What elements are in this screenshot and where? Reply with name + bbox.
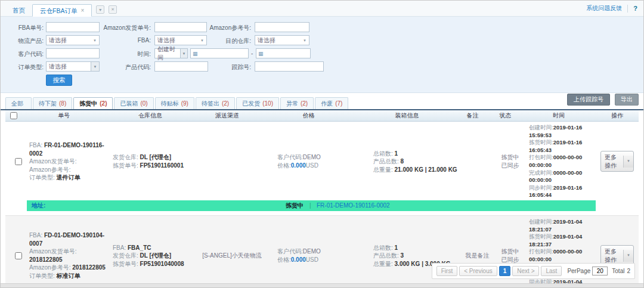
row-checkbox[interactable] (15, 252, 22, 259)
close-icon: ✕ (111, 7, 114, 12)
amazon-ship-label: Amazon发货单号: (29, 248, 76, 255)
status-tab-label: 已装箱 (120, 98, 138, 109)
previous-page-button[interactable]: < Previous (459, 266, 497, 276)
time-label: 时间: (89, 50, 151, 58)
status-tab-count: (10) (262, 98, 273, 109)
select-all-checkbox[interactable] (10, 112, 17, 119)
price-value: 0.000 (291, 162, 306, 169)
amazon-ref-label: Amazon参考号: (29, 166, 70, 173)
wh-fba-label: FBA: (113, 244, 126, 251)
customer-code-label: 客户代码: (277, 154, 303, 160)
amazon-ref-label: Amazon参考号: (201, 24, 251, 32)
amazon-ship-input[interactable] (154, 22, 207, 32)
status-tab-shipped[interactable]: 已发货(10) (236, 97, 279, 109)
order-number-link[interactable]: FR-01-DEMO-190116-0002 (317, 202, 390, 209)
status-tab-all[interactable]: 全部 (5, 97, 32, 109)
upload-tracking-button[interactable]: 上传跟踪号 (567, 94, 610, 106)
status-tab-pending-checkout[interactable]: 待签出(2) (196, 97, 235, 109)
finish-time-label: 完成时间: (529, 169, 553, 176)
select-all-cell (5, 110, 22, 121)
per-page-input[interactable] (592, 267, 608, 275)
status-cell: 拣货中 已同步 (494, 124, 527, 199)
boxes-label: 总箱数: (373, 244, 393, 251)
current-page-button[interactable]: 1 (499, 266, 511, 276)
col-delivery-channel: 派送渠道 (195, 110, 259, 121)
status-tab-label: 作废 (321, 98, 333, 109)
ship-warehouse-value: DL [代理仓] (140, 154, 172, 160)
created-time-label: 创建时间: (529, 124, 553, 131)
boxes-label: 总箱数: (373, 150, 393, 157)
product-code-input[interactable] (154, 61, 208, 72)
first-page-button[interactable]: First (436, 266, 457, 276)
col-order-no: 单号 (22, 110, 106, 121)
next-page-button[interactable]: Next > (512, 266, 539, 276)
search-button[interactable]: 搜索 (46, 75, 72, 86)
ship-warehouse-label: 发货仓库: (113, 154, 138, 160)
tab-home[interactable]: 首页 (5, 4, 32, 16)
warehouse-cell: 发货仓库: DL [代理仓] 拣货单号: FP51901160001 (110, 124, 200, 199)
col-packing-info: 装箱信息 (358, 110, 456, 121)
tab-fba-orders[interactable]: 云仓FBA订单 × (32, 4, 92, 17)
order-cell: FBA: FD-01-DEMO-190104-0007 Amazon发货单号: … (27, 218, 110, 288)
col-actions: 操作 (596, 110, 639, 121)
filter-row-2: 物流产品: 请选择 ▼ FBA: 请选择 ▼ 目的仓库: 请选择 ▼ (5, 34, 643, 47)
weight-value: 21.000 KG | 21.000 KG (395, 166, 457, 173)
tab-home-label: 首页 (13, 4, 25, 16)
amazon-ref-label: Amazon参考号: (29, 264, 70, 271)
col-time: 时间 (522, 110, 596, 121)
fba-select[interactable]: 请选择 ▼ (154, 35, 207, 45)
date-from-input[interactable]: ▦ (190, 48, 249, 58)
packing-time-label: 打包时间: (529, 248, 553, 255)
last-page-button[interactable]: Last (541, 266, 562, 276)
packing-cell: 总箱数: 1 产品总数: 8 总重量: 21.000 KG | 21.000 K… (363, 124, 461, 199)
status-tab-count: (2) (222, 98, 229, 109)
ship-warehouse-value: DL [代理仓] (140, 252, 172, 259)
product-code-label: 产品代码: (89, 63, 151, 72)
chevron-down-icon: ▼ (98, 8, 103, 12)
price-cell: 客户代码:DEMO 价格:0.000USD (264, 124, 363, 199)
status-tab-label: 异常 (286, 98, 298, 109)
packing-time-label: 打包时间: (529, 154, 553, 160)
tab-list-button[interactable]: ▼ (96, 5, 104, 14)
row-info: FBA: FR-01-DEMO-190116-0002 Amazon发货单号: … (10, 124, 634, 199)
more-actions-label: 更多操作 (601, 151, 623, 171)
dest-warehouse-select[interactable]: 请选择 ▼ (255, 35, 309, 45)
status-tab-pending-label[interactable]: 待贴标(9) (155, 97, 194, 109)
pagination: First < Previous 1 Next > Last PerPage T… (432, 263, 635, 279)
status-tab-voided[interactable]: 作废(7) (315, 97, 348, 109)
tracking-no-input[interactable] (255, 61, 324, 72)
export-button[interactable]: 导出 (615, 94, 639, 106)
close-tab-icon[interactable]: × (80, 5, 84, 17)
status-tab-pending-removal[interactable]: 待下架(8) (33, 97, 72, 109)
price-label: 价格: (277, 256, 291, 263)
amazon-ref-input[interactable] (255, 22, 309, 32)
calendar-icon: ▦ (258, 51, 264, 57)
products-label: 产品总数: (373, 158, 399, 165)
status-tab-label: 全部 (11, 98, 23, 109)
weight-label: 总重量: (373, 166, 393, 173)
customer-code-label: 客户代码: (5, 50, 44, 58)
time-type-select[interactable]: 创建时间 ▼ (154, 48, 188, 58)
products-label: 产品总数: (373, 252, 399, 259)
products-value: 3 (401, 252, 404, 259)
filter-row-5: 搜索 (5, 73, 643, 88)
date-to-input[interactable]: ▦ (256, 48, 311, 58)
help-button[interactable]: ? (633, 5, 639, 12)
col-warehouse-info: 仓库信息 (106, 110, 195, 121)
status-tab-label: 待下架 (39, 98, 57, 109)
status-tab-abnormal[interactable]: 异常(2) (280, 97, 314, 109)
price-cell: 客户代码:DEMO 价格:0.000USD (264, 218, 363, 288)
status-tab-picking[interactable]: 拣货中(2) (73, 97, 113, 109)
boxes-value: 1 (395, 150, 398, 157)
feedback-link[interactable]: 系统问题反馈 (586, 4, 622, 13)
status-tab-label: 待贴标 (161, 98, 179, 109)
status-tab-packed[interactable]: 已装箱(0) (114, 97, 153, 109)
more-actions-button[interactable]: 更多操作 ▼ (600, 151, 634, 172)
customer-code-label: 客户代码: (277, 248, 303, 255)
row-checkbox[interactable] (15, 158, 22, 165)
close-all-tabs-button[interactable]: ✕ (109, 5, 117, 14)
order-type-value: 退件订单 (57, 174, 80, 181)
order-type-label: 订单类型: (5, 63, 44, 72)
table-row: FBA: FR-01-DEMO-190116-0002 Amazon发货单号: … (5, 122, 639, 216)
pick-no-value: FP51901040008 (140, 261, 184, 267)
